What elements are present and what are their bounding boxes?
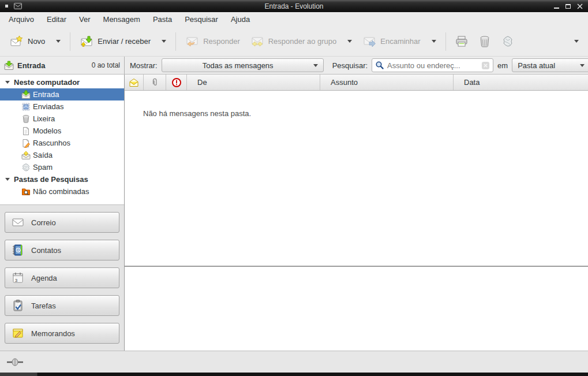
close-button[interactable] (576, 2, 583, 10)
menubar: Arquivo Editar Ver Mensagem Pasta Pesqui… (0, 12, 588, 27)
titlebar[interactable]: Entrada - Evolution (0, 0, 588, 12)
menu-editar[interactable]: Editar (40, 13, 73, 26)
expander-icon[interactable] (5, 81, 10, 84)
menu-arquivo[interactable]: Arquivo (2, 13, 40, 26)
reply-group-dropdown-icon[interactable] (347, 40, 352, 43)
menu-mensagem[interactable]: Mensagem (97, 13, 147, 26)
message-list[interactable]: Não há mensagens nesta pasta. (125, 91, 588, 266)
message-list-header: De Assunto Data (125, 75, 588, 91)
show-filter-dropdown[interactable]: Todas as mensagens (162, 58, 324, 72)
column-header-assunto[interactable]: Assunto (320, 75, 454, 90)
section-neste-computador[interactable]: Neste computador (0, 76, 124, 88)
section-pastas-de-pesquisas[interactable]: Pastas de Pesquisas (0, 173, 124, 185)
folder-tree: Neste computador Entrada (0, 75, 124, 205)
search-label: Pesquisar: (332, 61, 368, 70)
switcher-mail-button[interactable]: Correio (5, 212, 119, 233)
app-envelope-icon (14, 3, 22, 9)
folder-spam[interactable]: Spam (0, 161, 124, 173)
reply-button[interactable]: Responder (180, 31, 245, 52)
junk-icon (21, 163, 31, 172)
forward-button[interactable]: Encaminhar (357, 31, 441, 52)
menu-pesquisar[interactable]: Pesquisar (178, 13, 224, 26)
delete-button[interactable] (473, 31, 496, 52)
attachment-icon (149, 77, 160, 88)
inbox-icon (4, 61, 14, 70)
expander-icon[interactable] (5, 178, 10, 181)
folder-rascunhos[interactable]: Rascunhos (0, 137, 124, 149)
read-status-icon (129, 78, 139, 87)
toolbar-separator (70, 32, 70, 51)
column-header-de[interactable]: De (187, 75, 320, 90)
print-button[interactable] (450, 31, 473, 52)
clear-search-icon[interactable] (481, 61, 490, 70)
window-bottom-border (0, 373, 588, 376)
folder-lixeira[interactable]: Lixeira (0, 113, 124, 125)
menu-ajuda[interactable]: Ajuda (224, 13, 256, 26)
svg-text:3: 3 (15, 278, 18, 283)
menu-pasta[interactable]: Pasta (147, 13, 178, 26)
current-folder-pane: Entrada 0 ao total (0, 57, 125, 74)
main-area: Neste computador Entrada (0, 75, 588, 351)
folder-label: Modelos (33, 126, 61, 135)
search-scope-dropdown[interactable]: Pasta atual (512, 58, 588, 72)
folder-saida[interactable]: Saída (0, 149, 124, 161)
forward-icon (362, 35, 376, 49)
forward-dropdown-icon[interactable] (432, 40, 436, 43)
switcher-label: Tarefas (31, 301, 56, 310)
junk-button[interactable] (496, 31, 519, 52)
read-status-column-header[interactable] (125, 75, 144, 90)
toolbar: Novo Enviar / receber Responder (0, 27, 588, 57)
minimize-button[interactable] (553, 2, 560, 10)
new-button[interactable]: Novo (5, 31, 66, 52)
folder-label: Rascunhos (33, 139, 70, 147)
send-receive-dropdown-icon[interactable] (162, 40, 166, 43)
switcher-memos-button[interactable]: Memorandos (5, 323, 119, 344)
switcher-label: Correio (31, 218, 56, 227)
preview-pane (125, 267, 588, 351)
reply-label: Responder (203, 37, 240, 46)
folder-modelos[interactable]: Modelos (0, 125, 124, 137)
new-dropdown-icon[interactable] (56, 40, 61, 43)
sent-icon (21, 102, 31, 111)
menu-ver[interactable]: Ver (73, 13, 97, 26)
section-label: Neste computador (14, 78, 80, 87)
folder-enviadas[interactable]: Enviadas (0, 100, 124, 113)
toolbar-overflow-icon[interactable] (574, 40, 579, 43)
inbox-icon (21, 90, 31, 99)
templates-icon (21, 126, 31, 136)
reply-group-button[interactable]: Responder ao grupo (245, 31, 358, 52)
folder-label: Saída (33, 151, 53, 159)
search-scope-value: Pasta atual (518, 61, 575, 70)
attachment-column-header[interactable] (144, 75, 166, 90)
reply-icon (185, 35, 199, 49)
toolbar-separator (175, 32, 176, 51)
column-header-data[interactable]: Data (454, 75, 588, 90)
switcher-tasks-button[interactable]: Tarefas (5, 295, 119, 316)
section-label: Pastas de Pesquisas (14, 175, 88, 184)
online-status-button[interactable] (7, 358, 23, 367)
empty-folder-message: Não há mensagens nesta pasta. (125, 91, 588, 118)
chevron-down-icon (580, 64, 585, 67)
trash-icon (478, 35, 492, 49)
maximize-button[interactable] (564, 2, 572, 10)
priority-icon (171, 77, 182, 88)
switcher-label: Agenda (31, 274, 57, 282)
reply-group-label: Responder ao grupo (268, 37, 337, 46)
folder-nao-combinadas[interactable]: Não combinadas (0, 185, 124, 198)
folder-label: Spam (33, 163, 53, 172)
close-icon (577, 3, 583, 9)
priority-column-header[interactable] (166, 75, 187, 90)
search-input[interactable] (387, 61, 478, 70)
send-receive-button[interactable]: Enviar / receber (74, 31, 171, 52)
plug-icon (7, 358, 23, 367)
search-pane: Mostrar: Todas as mensagens Pesquisar: e… (125, 57, 588, 74)
forward-label: Encaminhar (380, 37, 420, 46)
folder-entrada[interactable]: Entrada (0, 88, 124, 100)
mail-icon (12, 216, 24, 229)
window-menu-icon[interactable] (5, 5, 8, 8)
window-title: Entrada - Evolution (0, 2, 588, 10)
search-box[interactable] (372, 58, 493, 72)
tasks-icon (12, 299, 24, 312)
switcher-calendar-button[interactable]: 3 Agenda (5, 267, 119, 288)
switcher-contacts-button[interactable]: Contatos (5, 240, 119, 260)
